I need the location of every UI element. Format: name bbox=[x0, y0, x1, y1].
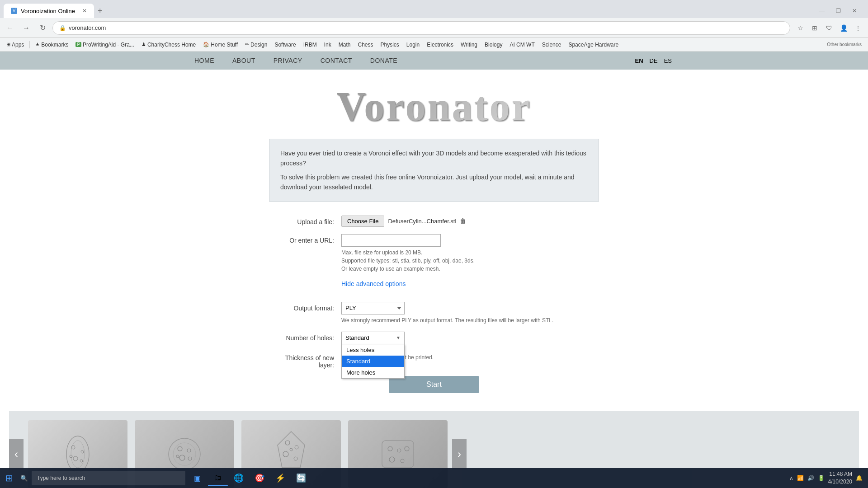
active-tab[interactable]: V Voronoization Online ✕ bbox=[4, 4, 94, 18]
svg-point-10 bbox=[187, 449, 191, 452]
file-upload-row: Choose File DefuserCylin...Chamfer.stl 🗑 bbox=[341, 216, 590, 227]
delete-file-button[interactable]: 🗑 bbox=[460, 217, 466, 225]
task-view-button[interactable]: ▣ bbox=[187, 470, 207, 486]
bookmark-bookmarks-label: Bookmarks bbox=[41, 42, 68, 48]
shield-button[interactable]: 🛡 bbox=[823, 22, 835, 34]
bookmark-separator bbox=[29, 41, 30, 48]
home-icon: 🏠 bbox=[203, 42, 209, 47]
upload-row: Upload a file: Choose File DefuserCylin.… bbox=[278, 216, 590, 227]
thickness-row: Thickness of new layer: manifold mesh an… bbox=[278, 352, 590, 369]
new-tab-button[interactable]: + bbox=[94, 4, 106, 18]
tab-close-button[interactable]: ✕ bbox=[82, 8, 87, 14]
bookmark-spaceage[interactable]: SpaceAge Hardware bbox=[566, 41, 621, 49]
address-text: voronator.com bbox=[69, 24, 106, 31]
close-button[interactable]: ✕ bbox=[848, 5, 861, 17]
start-menu-button[interactable]: ⊞ bbox=[2, 471, 17, 485]
svg-marker-14 bbox=[278, 432, 305, 468]
url-input[interactable] bbox=[341, 234, 441, 247]
bookmark-physics[interactable]: Physics bbox=[378, 41, 402, 49]
bookmarks-bar: ⊞ Apps ★ Bookmarks P ProWritingAid - Gra… bbox=[0, 38, 868, 52]
lang-en[interactable]: EN bbox=[633, 56, 645, 65]
bookmark-design[interactable]: ✏ Design bbox=[242, 41, 270, 49]
gallery-next-button[interactable]: › bbox=[452, 439, 467, 469]
bookmark-math[interactable]: Math bbox=[336, 41, 354, 49]
holes-option-less[interactable]: Less holes bbox=[342, 344, 404, 356]
taskbar-search-bar[interactable]: Type here to search bbox=[32, 471, 185, 485]
bookmark-chess-label: Chess bbox=[358, 42, 373, 48]
bookmark-apps[interactable]: ⊞ Apps bbox=[4, 41, 27, 49]
app-button-6[interactable]: 🔄 bbox=[291, 470, 311, 486]
svg-point-3 bbox=[81, 450, 84, 453]
bookmark-aicmwt[interactable]: AI CM WT bbox=[507, 41, 537, 49]
star-icon: ★ bbox=[35, 42, 40, 47]
svg-point-25 bbox=[401, 459, 404, 463]
choose-file-button[interactable]: Choose File bbox=[341, 216, 384, 227]
reload-button[interactable]: ↻ bbox=[36, 22, 49, 34]
bookmark-more[interactable]: Other bookmarks bbox=[824, 41, 864, 48]
lang-es[interactable]: ES bbox=[662, 56, 674, 65]
bookmark-spaceage-label: SpaceAge Hardware bbox=[568, 42, 618, 48]
profile-button[interactable]: 👤 bbox=[837, 22, 850, 34]
holes-option-more[interactable]: More holes bbox=[342, 367, 404, 378]
address-bar[interactable]: 🔒 voronator.com bbox=[52, 21, 790, 35]
bookmark-chess[interactable]: Chess bbox=[355, 41, 376, 49]
taskbar-search-button[interactable]: 🔍 bbox=[17, 470, 32, 486]
bookmark-irbm-label: IRBM bbox=[303, 42, 317, 48]
svg-point-21 bbox=[388, 446, 392, 451]
edge-button[interactable]: 🌐 bbox=[229, 470, 249, 486]
holes-option-standard[interactable]: Standard bbox=[342, 356, 404, 367]
file-explorer-button[interactable]: 🗂 bbox=[208, 470, 228, 486]
taskbar-search-text: Type here to search bbox=[37, 475, 85, 481]
bookmark-irbm[interactable]: IRBM bbox=[301, 41, 320, 49]
bookmark-electronics[interactable]: Electronics bbox=[424, 41, 456, 49]
star-button[interactable]: ☆ bbox=[794, 22, 807, 34]
bookmark-prowriting[interactable]: P ProWritingAid - Gra... bbox=[73, 41, 137, 49]
minimize-button[interactable]: — bbox=[816, 5, 828, 17]
notification-icon[interactable]: 🔔 bbox=[856, 475, 863, 481]
svg-point-4 bbox=[73, 456, 78, 461]
nav-donate[interactable]: DONATE bbox=[361, 52, 406, 70]
bookmark-science[interactable]: Science bbox=[539, 41, 564, 49]
bookmark-biology[interactable]: Biology bbox=[482, 41, 505, 49]
output-format-select[interactable]: PLY STL bbox=[341, 302, 405, 314]
svg-point-19 bbox=[290, 448, 292, 451]
edge-icon: 🌐 bbox=[234, 473, 244, 483]
output-format-control: PLY STL We strongly recommend PLY as out… bbox=[341, 302, 590, 324]
url-control: Max. file size for upload is 20 MB. Supp… bbox=[341, 234, 590, 273]
back-button[interactable]: ← bbox=[4, 22, 16, 34]
tray-chevron-icon[interactable]: ∧ bbox=[789, 475, 793, 481]
bookmark-bookmarks[interactable]: ★ Bookmarks bbox=[33, 41, 71, 49]
holes-dropdown-trigger[interactable]: Standard ▼ bbox=[341, 332, 405, 344]
bookmark-more-label: Other bookmarks bbox=[827, 42, 862, 47]
bookmark-software[interactable]: Software bbox=[272, 41, 298, 49]
bookmark-charitychess[interactable]: ♟ CharityChess Home bbox=[139, 41, 198, 49]
forward-button[interactable]: → bbox=[20, 22, 33, 34]
extensions-button[interactable]: ⊞ bbox=[808, 22, 821, 34]
taskbar-clock[interactable]: 11:48 AM 4/10/2020 bbox=[828, 470, 852, 486]
nav-home[interactable]: HOME bbox=[185, 52, 223, 70]
info-box: Have you ever tried to create a Voronoi … bbox=[269, 139, 599, 202]
lang-de[interactable]: DE bbox=[648, 56, 660, 65]
nav-wrapper: HOME ABOUT PRIVACY CONTACT DONATE EN DE … bbox=[185, 52, 683, 70]
holes-label: Number of holes: bbox=[278, 332, 341, 342]
bookmark-login[interactable]: Login bbox=[404, 41, 422, 49]
chrome-button[interactable]: 🎯 bbox=[250, 470, 269, 486]
gallery-prev-button[interactable]: ‹ bbox=[9, 439, 24, 469]
bookmark-apps-label: Apps bbox=[12, 42, 24, 48]
app-button-5[interactable]: ⚡ bbox=[270, 470, 290, 486]
bookmark-homestuff-label: Home Stuff bbox=[211, 42, 238, 48]
bookmark-ink[interactable]: Ink bbox=[321, 41, 334, 49]
hide-advanced-link[interactable]: Hide advanced options bbox=[341, 280, 406, 287]
bookmark-prowriting-label: ProWritingAid - Gra... bbox=[83, 42, 134, 48]
nav-privacy[interactable]: PRIVACY bbox=[264, 52, 311, 70]
app-6-icon: 🔄 bbox=[296, 473, 306, 483]
bookmark-aicmwt-label: AI CM WT bbox=[509, 42, 534, 48]
bookmark-homestuff[interactable]: 🏠 Home Stuff bbox=[200, 41, 241, 49]
bookmark-login-label: Login bbox=[406, 42, 420, 48]
more-button[interactable]: ⋮ bbox=[852, 22, 864, 34]
svg-point-9 bbox=[178, 446, 182, 451]
restore-button[interactable]: ❐ bbox=[832, 5, 844, 17]
bookmark-writing[interactable]: Writing bbox=[458, 41, 480, 49]
nav-about[interactable]: ABOUT bbox=[223, 52, 264, 70]
nav-contact[interactable]: CONTACT bbox=[311, 52, 361, 70]
